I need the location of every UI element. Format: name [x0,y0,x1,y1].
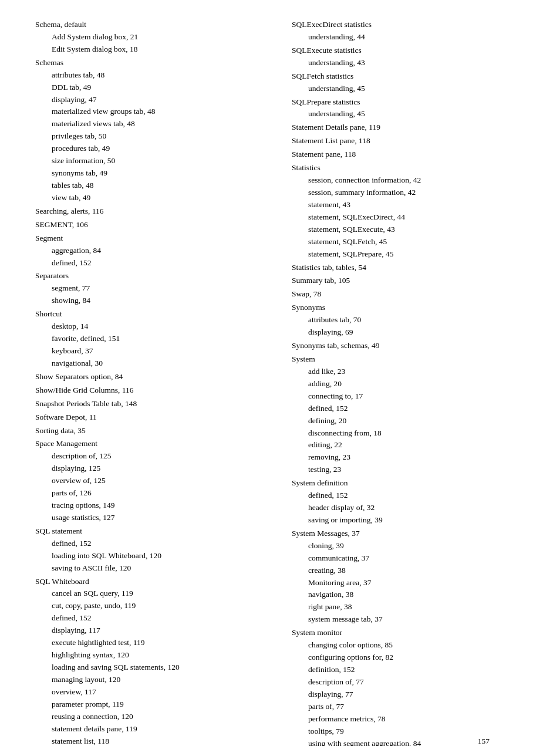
list-item: performance metrics, 78 [292,713,525,725]
list-item: reusing a connection, 120 [35,711,268,723]
right-column: SQLExecDirect statisticsunderstanding, 4… [286,18,525,746]
list-item: defined, 152 [292,490,525,502]
list-item: tooltips, 79 [292,725,525,738]
list-item: saving to ASCII file, 120 [35,562,268,575]
page-wrapper: Schema, defaultAdd System dialog box, 21… [35,18,525,746]
list-item: tracing options, 149 [35,499,268,512]
list-item: Software Depot, 11 [35,411,268,424]
list-item: adding, 20 [292,378,525,390]
list-item: favorite, defined, 151 [35,333,268,345]
list-item: defined, 152 [35,538,268,550]
list-item: statement list, 118 [35,735,268,746]
list-item: session, connection information, 42 [292,174,525,187]
list-item: overview, 117 [35,686,268,698]
list-item: Statistics [292,162,525,174]
list-item: keyboard, 37 [35,345,268,357]
list-item: cut, copy, paste, undo, 119 [35,600,268,612]
list-item: usage statistics, 127 [35,512,268,524]
list-item: materialized view groups tab, 48 [35,106,268,118]
list-item: Searching, alerts, 116 [35,205,268,218]
list-item: communicating, 37 [292,552,525,565]
list-item: attributes tab, 48 [35,69,268,82]
list-item: Summary tab, 105 [292,275,525,287]
list-item: overview of, 125 [35,475,268,487]
list-item: aggregation, 84 [35,245,268,257]
list-item: synonyms tab, 49 [35,167,268,180]
list-item: removing, 23 [292,451,525,464]
list-item: defined, 152 [35,257,268,269]
list-item: DDL tab, 49 [35,82,268,94]
list-item: connecting to, 17 [292,390,525,403]
list-item: size information, 50 [35,155,268,167]
list-item: Show/Hide Grid Columns, 116 [35,384,268,397]
list-item: Statistics tab, tables, 54 [292,262,525,274]
list-item: description of, 125 [35,450,268,463]
list-item: navigation, 38 [292,589,525,601]
list-item: configuring options for, 82 [292,652,525,664]
list-item: displaying, 69 [292,326,525,339]
list-item: Statement List pane, 118 [292,135,525,147]
list-item: Separators [35,270,268,282]
list-item: execute hightlighted test, 119 [35,637,268,649]
list-item: right pane, 38 [292,601,525,613]
list-item: creating, 38 [292,565,525,577]
list-item: Synonyms tab, schemas, 49 [292,340,525,352]
list-item: displaying, 77 [292,688,525,701]
list-item: System monitor [292,627,525,639]
list-item: understanding, 44 [292,31,525,43]
list-item: loading and saving SQL statements, 120 [35,661,268,674]
list-item: Statement pane, 118 [292,148,525,161]
list-item: displaying, 125 [35,463,268,475]
list-item: definition, 152 [292,664,525,676]
list-item: session, summary information, 42 [292,187,525,199]
list-item: understanding, 45 [292,108,525,120]
list-item: managing layout, 120 [35,674,268,686]
list-item: parameter prompt, 119 [35,698,268,711]
list-item: parts of, 77 [292,701,525,713]
list-item: showing, 84 [35,295,268,307]
list-item: System [292,353,525,366]
list-item: Snapshot Periods Table tab, 148 [35,398,268,410]
list-item: SQL Whiteboard [35,576,268,588]
list-item: understanding, 45 [292,83,525,95]
list-item: procedures tab, 49 [35,143,268,155]
list-item: Schema, default [35,19,268,31]
list-item: changing color options, 85 [292,639,525,652]
list-item: Monitoring area, 37 [292,577,525,589]
list-item: statement, SQLExecute, 43 [292,224,525,236]
list-item: Add System dialog box, 21 [35,31,268,43]
list-item: materialized views tab, 48 [35,118,268,130]
list-item: loading into SQL Whiteboard, 120 [35,550,268,562]
list-item: Sorting data, 35 [35,425,268,437]
list-item: statement, SQLFetch, 45 [292,236,525,248]
list-item: Synonyms [292,302,525,314]
list-item: displaying, 47 [35,94,268,106]
list-item: privileges tab, 50 [35,130,268,143]
list-item: defining, 20 [292,415,525,427]
list-item: defined, 152 [292,403,525,415]
list-item: highlighting syntax, 120 [35,649,268,661]
list-item: description of, 77 [292,676,525,688]
list-item: SQLExecDirect statistics [292,19,525,31]
list-item: statement details pane, 119 [35,723,268,735]
list-item: statement, SQLPrepare, 45 [292,248,525,261]
list-item: saving or importing, 39 [292,514,525,526]
list-item: Show Separators option, 84 [35,371,268,383]
list-item: editing, 22 [292,439,525,451]
list-item: attributes tab, 70 [292,314,525,326]
left-column: Schema, defaultAdd System dialog box, 21… [35,18,286,746]
list-item: statement, SQLExecDirect, 44 [292,211,525,224]
list-item: tables tab, 48 [35,180,268,192]
list-item: SQLExecute statistics [292,45,525,57]
list-item: cancel an SQL query, 119 [35,588,268,600]
list-item: Edit System dialog box, 18 [35,43,268,56]
page-container: Schema, defaultAdd System dialog box, 21… [35,18,525,746]
list-item: parts of, 126 [35,487,268,499]
list-item: cloning, 39 [292,540,525,552]
list-item: System Messages, 37 [292,528,525,540]
list-item: disconnecting from, 18 [292,427,525,440]
list-item: defined, 152 [35,612,268,625]
list-item: add like, 23 [292,366,525,378]
list-item: statement, 43 [292,199,525,211]
list-item: view tab, 49 [35,192,268,204]
